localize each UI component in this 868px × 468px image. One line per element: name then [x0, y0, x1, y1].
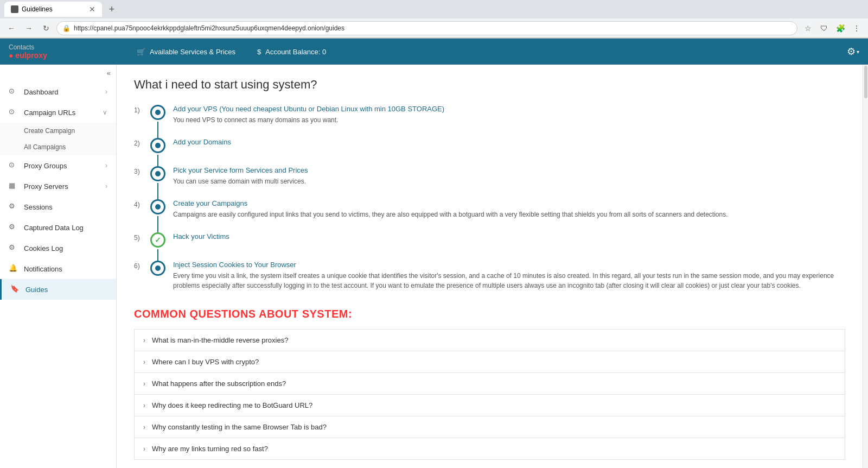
forward-button[interactable]: → — [22, 21, 36, 35]
cart-icon: 🛒 — [137, 48, 145, 56]
faq-list: › What is man-in-the-middle reverse prox… — [134, 329, 845, 460]
faq-item-2[interactable]: › What happens after the subscription en… — [135, 373, 845, 395]
sidebar-item-captured-data[interactable]: ⚙ Captured Data Log — [0, 217, 116, 238]
sidebar-item-proxy-groups[interactable]: ⊙ Proxy Groups › — [0, 155, 116, 176]
faq-chevron-icon: › — [143, 337, 145, 344]
checkmark-icon: ✓ — [155, 236, 161, 244]
gear-icon: ⚙ — [847, 46, 856, 58]
bookmark-star-button[interactable]: ☆ — [801, 21, 815, 35]
sidebar-item-proxy-servers[interactable]: ▦ Proxy Servers › — [0, 176, 116, 197]
chevron-right-icon: › — [105, 182, 107, 190]
step-icon-3 — [150, 166, 165, 181]
sidebar-sub-campaign: Create Campaign All Campaigns — [0, 123, 116, 155]
notifications-icon: 🔔 — [9, 264, 18, 274]
extension-button[interactable]: 🧩 — [833, 21, 847, 35]
faq-question-2: What happens after the subscription ends… — [152, 380, 286, 388]
sidebar-item-label: Campaign URLs — [24, 109, 103, 117]
faq-item-4[interactable]: › Why constantly testing in the same Bro… — [135, 416, 845, 438]
step-title-6[interactable]: Inject Session Cookies to Your Browser — [173, 261, 296, 269]
step-desc-3: You can use same domain with multi servi… — [173, 176, 845, 186]
step-desc-6: Every time you visit a link, the system … — [173, 271, 845, 290]
sidebar-item-sessions[interactable]: ⚙ Sessions — [0, 197, 116, 217]
sidebar-item-all-campaigns[interactable]: All Campaigns — [0, 139, 116, 155]
header-nav: 🛒 Available Services & Prices $ Account … — [126, 39, 847, 65]
back-button[interactable]: ← — [4, 21, 18, 35]
active-tab[interactable]: Guidelines ✕ — [4, 2, 102, 17]
step-num-4: 4) — [134, 199, 150, 208]
sidebar-item-notifications[interactable]: 🔔 Notifications — [0, 258, 116, 279]
faq-item-0[interactable]: › What is man-in-the-middle reverse prox… — [135, 330, 845, 351]
main-wrapper: « ⊙ Dashboard › ⊙ Campaign URLs ∨ Create… — [0, 65, 868, 468]
sidebar-collapse-button[interactable]: « — [0, 65, 116, 81]
sidebar-item-dashboard[interactable]: ⊙ Dashboard › — [0, 81, 116, 102]
step-4: 4) Create your Campaigns Campaigns are e… — [134, 199, 845, 219]
faq-chevron-icon: › — [143, 445, 145, 453]
step-title-5[interactable]: Hack your Victims — [173, 232, 229, 241]
sessions-icon: ⚙ — [9, 202, 18, 212]
step-desc-1: You need VPS to connect as many domains … — [173, 115, 845, 125]
settings-button[interactable]: ⚙ ▾ — [847, 46, 859, 58]
faq-chevron-icon: › — [143, 402, 145, 409]
main-content: What i need to start using system? 1) Ad… — [117, 65, 863, 468]
faq-chevron-icon: › — [143, 380, 145, 388]
faq-question-5: Why are my links turning red so fast? — [152, 445, 268, 453]
browser-controls: ← → ↻ 🔒 https://cpanel.pua75npooc4ekrkkp… — [0, 18, 868, 38]
menu-button[interactable]: ⋮ — [850, 21, 864, 35]
dashboard-icon: ⊙ — [9, 87, 18, 97]
proxy-groups-icon: ⊙ — [9, 161, 18, 170]
header-services-link[interactable]: 🛒 Available Services & Prices — [126, 39, 246, 65]
step-content-3: Pick your Service form Services and Pric… — [173, 166, 845, 186]
refresh-button[interactable]: ↻ — [39, 21, 53, 35]
header-brand: Contacts ● eulproxy — [9, 43, 117, 60]
step-num-5: 5) — [134, 232, 150, 242]
header-right: ⚙ ▾ — [847, 46, 859, 58]
scrollbar-thumb[interactable] — [864, 66, 867, 98]
step-icon-6 — [150, 261, 165, 276]
step-content-4: Create your Campaigns Campaigns are easi… — [173, 199, 845, 219]
faq-question-4: Why constantly testing in the same Brows… — [152, 423, 327, 431]
step-2: 2) Add your Domains — [134, 138, 845, 153]
header-balance-link[interactable]: $ Account Balance: 0 — [246, 39, 337, 65]
settings-chevron: ▾ — [857, 49, 859, 55]
sidebar-item-create-campaign[interactable]: Create Campaign — [0, 123, 116, 139]
guides-icon: 🔖 — [10, 284, 20, 294]
step-3: 3) Pick your Service form Services and P… — [134, 166, 845, 186]
app-wrapper: Contacts ● eulproxy 🛒 Available Services… — [0, 39, 868, 468]
sidebar-item-cookies-log[interactable]: ⚙ Cookies Log — [0, 238, 116, 258]
app-header: Contacts ● eulproxy 🛒 Available Services… — [0, 39, 868, 65]
faq-item-1[interactable]: › Where can I buy VPS with crypto? — [135, 351, 845, 373]
sidebar-item-campaign-urls[interactable]: ⊙ Campaign URLs ∨ — [0, 102, 116, 123]
browser-tabs: Guidelines ✕ + — [0, 0, 868, 18]
chevron-right-icon: › — [105, 162, 107, 169]
step-title-1[interactable]: Add your VPS (You need cheapest Ubuntu o… — [173, 105, 444, 113]
scrollbar[interactable] — [863, 65, 868, 468]
step-icon-1 — [150, 105, 165, 120]
address-bar[interactable]: 🔒 https://cpanel.pua75npooc4ekrkkppdglal… — [56, 21, 797, 35]
shield-button[interactable]: 🛡 — [817, 21, 831, 35]
faq-item-3[interactable]: › Why does it keep redirecting me to Bot… — [135, 395, 845, 416]
tab-close-button[interactable]: ✕ — [89, 5, 95, 14]
faq-question-1: Where can I buy VPS with crypto? — [152, 358, 259, 366]
new-tab-button[interactable]: + — [104, 2, 119, 17]
steps-timeline: 1) Add your VPS (You need cheapest Ubunt… — [134, 105, 845, 290]
step-icon-2 — [150, 138, 165, 153]
step-desc-4: Campaigns are easily configured input li… — [173, 210, 845, 219]
sidebar-item-label: Proxy Groups — [24, 162, 105, 170]
step-content-6: Inject Session Cookies to Your Browser E… — [173, 261, 845, 290]
page-title: What i need to start using system? — [134, 78, 845, 92]
step-title-4[interactable]: Create your Campaigns — [173, 199, 247, 207]
balance-label: Account Balance: 0 — [265, 48, 326, 56]
sidebar-item-guides[interactable]: 🔖 Guides — [0, 279, 116, 300]
step-5: 5) ✓ Hack your Victims — [134, 232, 845, 248]
tab-title: Guidelines — [22, 5, 53, 13]
step-title-3[interactable]: Pick your Service form Services and Pric… — [173, 166, 308, 174]
step-num-3: 3) — [134, 166, 150, 175]
cookies-icon: ⚙ — [9, 243, 18, 253]
step-title-2[interactable]: Add your Domains — [173, 138, 231, 146]
header-brand-name: ● eulproxy — [9, 51, 117, 60]
campaign-urls-icon: ⊙ — [9, 107, 18, 117]
step-num-1: 1) — [134, 105, 150, 114]
services-label: Available Services & Prices — [150, 48, 235, 56]
faq-item-5[interactable]: › Why are my links turning red so fast? — [135, 438, 845, 459]
faq-question-3: Why does it keep redirecting me to BotGu… — [152, 401, 312, 409]
